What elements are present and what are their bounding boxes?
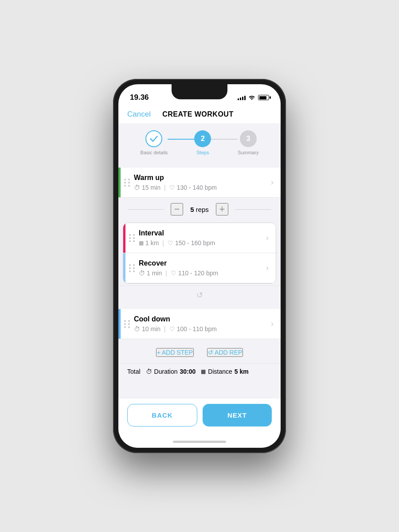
interval-distance: ▦ 1 km	[139, 239, 159, 246]
total-distance-label: Distance	[208, 368, 232, 375]
interval-recover-group: Interval ▦ 1 km | ♡ 150 - 160 bpm	[123, 223, 276, 284]
recover-content: Recover ⏱ 1 min | ♡ 110 - 120 bpm	[139, 253, 259, 283]
total-duration-label: Duration	[154, 368, 178, 375]
step-2-number: 2	[201, 135, 205, 143]
signal-icon	[238, 95, 246, 100]
step-indicator: Basic details 2 Steps 3 Summary	[118, 123, 281, 163]
total-distance: ▦ Distance 5 km	[201, 368, 248, 375]
warm-up-card[interactable]: Warm up ⏱ 15 min | ♡ 130 - 140 bpm ›	[118, 168, 281, 198]
recover-card[interactable]: Recover ⏱ 1 min | ♡ 110 - 120 bpm	[123, 253, 276, 283]
total-distance-value: 5 km	[235, 368, 249, 375]
timer-icon-total: ⏱	[146, 368, 152, 375]
distance-icon-total: ▦	[201, 368, 206, 375]
step-line-1	[168, 139, 194, 140]
cool-down-hr: ♡ 100 - 110 bpm	[169, 325, 217, 332]
warm-up-content: Warm up ⏱ 15 min | ♡ 130 - 140 bpm	[134, 168, 264, 197]
cool-down-card[interactable]: Cool down ⏱ 10 min | ♡ 100 - 110 bpm ›	[118, 309, 281, 339]
phone-frame: 19.36 Cancel C	[113, 79, 286, 453]
interval-details: ▦ 1 km | ♡ 150 - 160 bpm	[139, 239, 259, 246]
step-3-circle: 3	[240, 130, 257, 147]
timer-icon: ⏱	[134, 325, 140, 332]
cool-down-duration: ⏱ 10 min	[134, 325, 160, 332]
interval-arrow: ›	[259, 223, 276, 253]
battery-icon	[258, 95, 269, 100]
nav-bar: Cancel CREATE WORKOUT	[118, 106, 281, 123]
home-bar	[173, 441, 226, 443]
cool-down-details: ⏱ 10 min | ♡ 100 - 110 bpm	[134, 325, 264, 332]
timer-icon: ⏱	[139, 270, 145, 277]
distance-icon: ▦	[139, 240, 144, 246]
reps-plus-button[interactable]: +	[216, 203, 228, 215]
status-icons	[238, 94, 269, 101]
interval-hr: ♡ 150 - 160 bpm	[168, 239, 215, 246]
recover-duration: ⏱ 1 min	[139, 270, 162, 277]
step-2: 2 Steps	[194, 130, 211, 155]
heart-icon: ♡	[168, 239, 173, 246]
recover-drag-handle[interactable]	[125, 253, 139, 283]
step-3-label: Summary	[238, 150, 258, 155]
interval-title: Interval	[139, 229, 259, 237]
home-indicator	[118, 435, 281, 448]
cancel-button[interactable]: Cancel	[127, 110, 151, 119]
warm-up-arrow: ›	[264, 168, 281, 197]
recover-hr: ♡ 110 - 120 bpm	[171, 270, 218, 277]
reps-minus-button[interactable]: −	[171, 203, 183, 215]
heart-icon: ♡	[171, 270, 176, 277]
warm-up-details: ⏱ 15 min | ♡ 130 - 140 bpm	[134, 184, 264, 191]
content-area: Warm up ⏱ 15 min | ♡ 130 - 140 bpm ›	[118, 163, 281, 399]
timer-icon: ⏱	[134, 184, 140, 191]
total-label: Total	[127, 368, 141, 375]
recover-arrow: ›	[259, 253, 276, 283]
warm-up-hr: ♡ 130 - 140 bpm	[169, 184, 217, 191]
step-3-number: 3	[246, 135, 250, 143]
reps-row: − 5 reps +	[118, 198, 281, 221]
recover-details: ⏱ 1 min | ♡ 110 - 120 bpm	[139, 270, 259, 277]
step-1: Basic details	[141, 130, 168, 155]
cool-down-title: Cool down	[134, 315, 264, 323]
step-line-2	[211, 139, 238, 140]
reps-control: − 5 reps +	[171, 203, 228, 215]
phone-screen: 19.36 Cancel C	[118, 84, 281, 448]
warm-up-title: Warm up	[134, 174, 264, 182]
page-title: CREATE WORKOUT	[162, 110, 233, 118]
back-button[interactable]: BACK	[127, 404, 197, 426]
step-3: 3 Summary	[238, 130, 258, 155]
next-button[interactable]: NEXT	[203, 404, 272, 426]
heart-icon: ♡	[169, 184, 175, 191]
cool-down-arrow: ›	[264, 309, 281, 339]
warm-up-drag-handle[interactable]	[121, 168, 134, 197]
wifi-icon	[248, 94, 255, 101]
add-rep-button[interactable]: ↺ ADD REP	[207, 348, 243, 357]
status-time: 19.36	[130, 93, 149, 102]
notch	[172, 84, 227, 99]
reps-value: 5 reps	[190, 206, 209, 213]
loop-icon: ↺	[196, 290, 203, 300]
action-buttons: BACK NEXT	[118, 399, 281, 435]
interval-drag-handle[interactable]	[125, 223, 139, 253]
total-duration-value: 30:00	[180, 368, 196, 375]
interval-card[interactable]: Interval ▦ 1 km | ♡ 150 - 160 bpm	[123, 223, 276, 253]
heart-icon: ♡	[169, 325, 175, 332]
warm-up-duration: ⏱ 15 min	[134, 184, 160, 191]
loop-row: ↺	[118, 286, 281, 305]
add-buttons-row: + ADD STEP ↺ ADD REP	[118, 344, 281, 363]
interval-content: Interval ▦ 1 km | ♡ 150 - 160 bpm	[139, 223, 259, 253]
step-1-label: Basic details	[141, 150, 168, 155]
step-2-label: Steps	[196, 150, 209, 155]
step-1-circle	[145, 130, 162, 147]
cool-down-content: Cool down ⏱ 10 min | ♡ 100 - 110 bpm	[134, 309, 264, 339]
cool-down-drag-handle[interactable]	[121, 309, 134, 339]
step-2-circle: 2	[194, 130, 211, 147]
add-step-button[interactable]: + ADD STEP	[156, 348, 194, 357]
recover-title: Recover	[139, 259, 259, 267]
total-duration: ⏱ Duration 30:00	[146, 368, 196, 375]
total-row: Total ⏱ Duration 30:00 ▦ Distance 5 km	[118, 363, 281, 379]
